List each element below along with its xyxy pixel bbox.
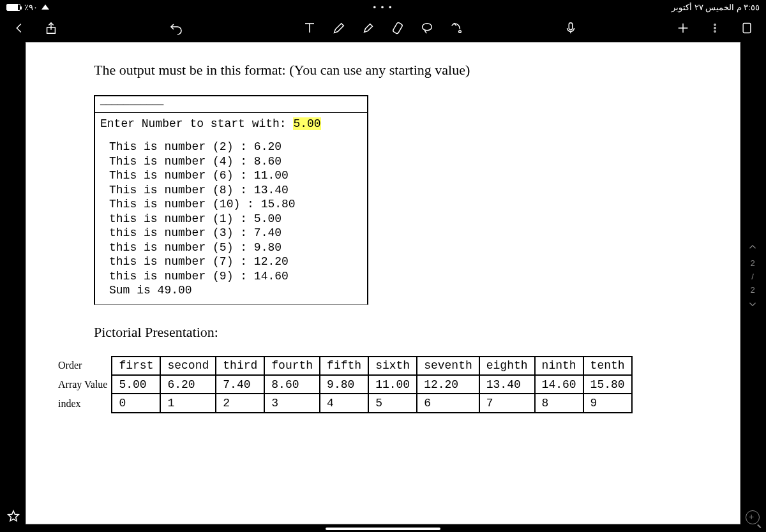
table-row-labels: Order Array Value index — [58, 356, 111, 413]
favorite-button[interactable] — [6, 509, 20, 526]
scroll-down-button[interactable] — [747, 299, 758, 312]
pictorial-heading: Pictorial Presentation: — [94, 324, 708, 341]
lasso-tool-button[interactable] — [419, 20, 435, 36]
battery-percent: ٪٩٠ — [24, 3, 38, 12]
svg-point-15 — [714, 31, 716, 32]
pages-button[interactable] — [739, 20, 755, 36]
svg-rect-6 — [393, 22, 403, 34]
row-label: Order — [58, 360, 107, 371]
home-indicator[interactable] — [326, 528, 440, 530]
console-line: this is number (9) : 14.60 — [109, 269, 362, 284]
console-line: This is number (4) : 8.60 — [109, 154, 362, 169]
svg-rect-9 — [569, 23, 573, 30]
battery-icon — [6, 4, 20, 11]
console-line: this is number (3) : 7.40 — [109, 226, 362, 240]
console-line: This is number (2) : 6.20 — [109, 140, 362, 154]
svg-point-7 — [423, 24, 432, 31]
share-button[interactable] — [43, 20, 59, 36]
svg-point-8 — [459, 31, 462, 33]
console-prompt-value: 5.00 — [293, 117, 320, 130]
row-label: index — [58, 398, 107, 410]
table-row: 5.006.207.408.609.8011.0012.2013.4014.60… — [112, 375, 631, 394]
console-body: This is number (2) : 6.20 This is number… — [100, 140, 362, 298]
console-line: this is number (1) : 5.00 — [109, 212, 362, 226]
document-page: The output must be in this format: (You … — [26, 42, 740, 524]
pen-tool-button[interactable] — [331, 20, 347, 36]
svg-marker-4 — [334, 24, 344, 33]
console-line: This is number (10) : 15.80 — [109, 197, 362, 212]
image-tool-button[interactable] — [449, 20, 464, 36]
svg-rect-16 — [743, 24, 751, 33]
toolbar — [0, 14, 766, 42]
table-row: 0123456789 — [112, 394, 631, 412]
svg-point-13 — [714, 24, 716, 26]
console-line: This is number (8) : 13.40 — [109, 183, 362, 198]
zoom-in-button[interactable] — [746, 510, 760, 524]
back-button[interactable] — [11, 20, 27, 36]
page-total: 2 — [750, 285, 755, 295]
eraser-tool-button[interactable] — [390, 20, 405, 36]
mic-button[interactable] — [563, 20, 578, 36]
table-row: firstsecondthirdfourthfifthsixthseventhe… — [112, 357, 631, 375]
console-top-fragment: ـــــــــــ — [95, 96, 367, 113]
page-sep: / — [751, 272, 754, 281]
highlighter-tool-button[interactable] — [361, 20, 376, 36]
multitask-dots-icon[interactable]: • • • — [373, 3, 393, 12]
more-button[interactable] — [707, 20, 723, 36]
console-line: This is number (6) : 11.00 — [109, 168, 362, 183]
console-line: this is number (5) : 9.80 — [109, 240, 362, 255]
undo-button[interactable] — [169, 20, 184, 36]
svg-marker-17 — [8, 511, 19, 521]
array-table: firstsecondthirdfourthfifthsixthseventhe… — [111, 356, 632, 413]
row-label: Array Value — [58, 379, 107, 390]
status-datetime: ٣:٥٥ م الخميس ٢٧ أكتوبر — [672, 3, 760, 12]
scroll-up-button[interactable] — [747, 241, 758, 255]
right-side-controls: 2 / 2 — [743, 42, 762, 524]
svg-marker-5 — [364, 24, 373, 33]
wifi-icon — [41, 4, 49, 10]
console-output: ـــــــــــ Enter Number to start with: … — [94, 95, 368, 305]
page-current: 2 — [750, 258, 755, 268]
console-line: Sum is 49.00 — [109, 283, 362, 298]
add-button[interactable] — [675, 20, 691, 36]
console-line: this is number (7) : 12.20 — [109, 255, 362, 269]
svg-point-14 — [714, 27, 716, 29]
console-prompt-label: Enter Number to start with: — [100, 117, 293, 130]
text-tool-button[interactable] — [302, 20, 317, 36]
status-bar: ٪٩٠ • • • ٣:٥٥ م الخميس ٢٧ أكتوبر — [0, 0, 766, 14]
document-heading: The output must be in this format: (You … — [94, 62, 708, 78]
